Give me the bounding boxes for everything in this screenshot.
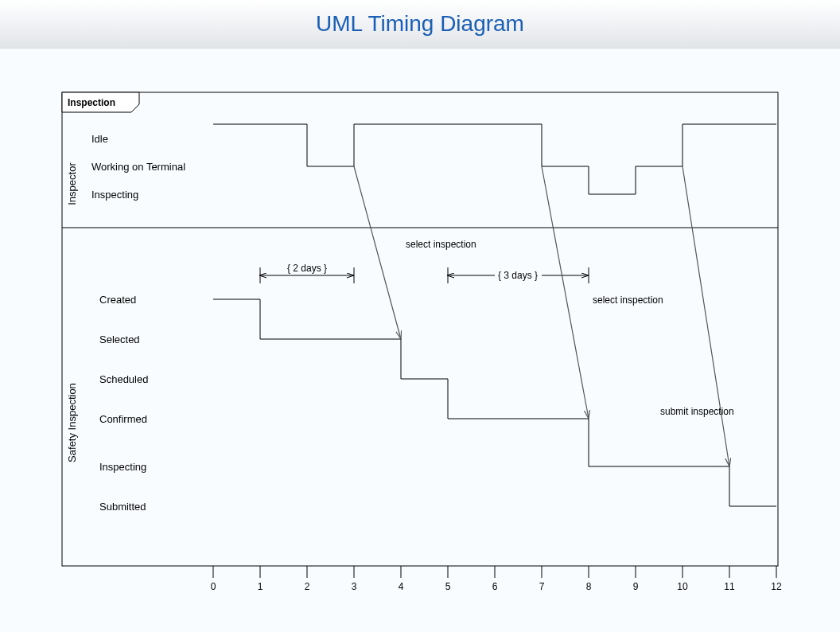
message-arrow-3 (682, 166, 729, 466)
frame-label-text: Inspection (68, 97, 115, 108)
message-arrow-1 (354, 166, 401, 339)
state-scheduled: Scheduled (99, 373, 148, 385)
state-inspecting-top: Inspecting (91, 189, 138, 201)
tick-0: 0 (211, 581, 216, 592)
tick-7: 7 (539, 581, 545, 592)
tick-9: 9 (633, 581, 639, 592)
state-idle: Idle (91, 133, 108, 145)
state-inspecting-bottom: Inspecting (99, 461, 146, 473)
safety-timeline (213, 299, 776, 506)
lifeline-inspector-label: Inspector (66, 162, 78, 205)
tick-10: 10 (677, 581, 688, 592)
message-1-label: select inspection (406, 239, 476, 250)
duration-2-label: { 3 days } (498, 270, 538, 281)
state-working-on-terminal: Working on Terminal (91, 161, 185, 173)
time-axis: 0 1 2 3 4 5 6 7 8 9 10 11 12 (211, 566, 782, 592)
duration-constraint-1: { 2 days } (260, 263, 354, 283)
state-confirmed: Confirmed (99, 413, 147, 425)
tick-5: 5 (445, 581, 451, 592)
tick-12: 12 (771, 581, 782, 592)
tick-8: 8 (586, 581, 592, 592)
message-3-label: submit inspection (660, 406, 734, 417)
diagram-canvas: Inspection Inspector Idle Working on Ter… (0, 49, 840, 632)
page-header: UML Timing Diagram (0, 0, 840, 49)
tick-3: 3 (352, 581, 357, 592)
tick-1: 1 (258, 581, 263, 592)
state-selected: Selected (99, 334, 140, 345)
state-created: Created (99, 294, 136, 306)
lifeline-safety-label: Safety Inspection (66, 383, 78, 462)
tick-6: 6 (492, 581, 498, 592)
inspector-timeline (213, 124, 776, 194)
frame-label: Inspection (62, 92, 139, 112)
message-arrow-2 (542, 166, 589, 419)
duration-constraint-2: { 3 days } (448, 267, 589, 283)
tick-11: 11 (724, 581, 735, 592)
message-2-label: select inspection (593, 295, 663, 306)
tick-2: 2 (305, 581, 310, 592)
duration-1-label: { 2 days } (287, 263, 327, 274)
page-title: UML Timing Diagram (316, 11, 524, 37)
state-submitted: Submitted (99, 501, 146, 513)
tick-4: 4 (399, 581, 404, 592)
